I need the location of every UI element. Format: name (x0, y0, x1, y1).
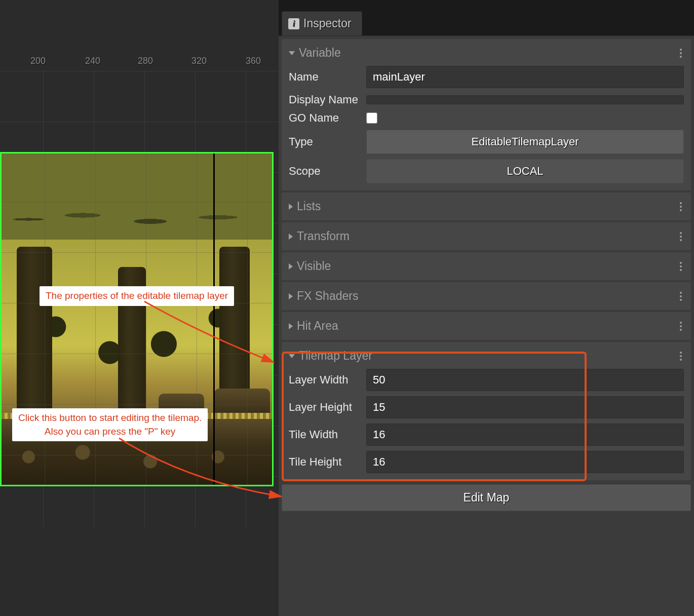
kebab-icon[interactable] (678, 290, 684, 303)
section-title-text: Lists (297, 200, 321, 213)
input-display-name[interactable] (366, 95, 684, 104)
section-header-variable[interactable]: Variable (289, 46, 684, 60)
label-go-name: GO Name (289, 111, 362, 125)
label-scope: Scope (289, 165, 362, 178)
tab-inspector[interactable]: i Inspector (282, 11, 362, 35)
input-layer-width[interactable]: 50 (366, 369, 684, 391)
annotation-callout-properties: The properties of the editable tilemap l… (40, 286, 234, 306)
label-type: Type (289, 135, 362, 148)
section-visible: Visible (282, 252, 691, 280)
chevron-right-icon (289, 263, 293, 270)
section-header-transform[interactable]: Transform (289, 229, 684, 243)
chevron-down-icon (289, 354, 295, 358)
section-header-tilemap-layer[interactable]: Tilemap Layer (289, 349, 684, 363)
label-name: Name (289, 70, 362, 84)
chevron-right-icon (289, 234, 293, 240)
ruler-tick: 280 (138, 56, 153, 66)
kebab-icon[interactable] (678, 260, 684, 273)
input-tile-width[interactable]: 16 (366, 423, 684, 446)
kebab-icon[interactable] (678, 47, 684, 60)
section-title-text: FX Shaders (297, 289, 358, 303)
section-title-text: Transform (297, 229, 350, 243)
section-hit-area: Hit Area (282, 312, 691, 340)
ruler-tick: 360 (246, 56, 261, 66)
kebab-icon[interactable] (678, 230, 684, 243)
ruler-horizontal: 200 240 280 320 360 (0, 51, 279, 84)
info-icon: i (288, 18, 299, 29)
section-variable: Variable Name mainLayer Display Name GO … (282, 39, 691, 190)
kebab-icon[interactable] (678, 320, 684, 333)
chevron-right-icon (289, 293, 293, 299)
ruler-tick: 240 (85, 56, 100, 66)
chevron-right-icon (289, 204, 293, 210)
section-header-lists[interactable]: Lists (289, 200, 684, 213)
button-scope[interactable]: LOCAL (366, 159, 684, 183)
section-lists: Lists (282, 192, 691, 220)
section-header-hit-area[interactable]: Hit Area (289, 319, 684, 333)
section-tilemap-layer: Tilemap Layer Layer Width 50 Layer Heigh… (282, 342, 691, 480)
edit-map-button[interactable]: Edit Map (282, 484, 691, 511)
input-layer-height[interactable]: 15 (366, 396, 684, 418)
ruler-tick: 320 (191, 56, 207, 66)
label-display-name: Display Name (289, 93, 362, 106)
section-header-fx-shaders[interactable]: FX Shaders (289, 289, 684, 303)
section-title-text: Variable (299, 46, 341, 60)
section-transform: Transform (282, 222, 691, 250)
chevron-right-icon (289, 323, 293, 329)
section-header-visible[interactable]: Visible (289, 259, 684, 273)
tab-label: Inspector (303, 17, 352, 30)
kebab-icon[interactable] (678, 350, 684, 363)
section-title-text: Hit Area (297, 319, 338, 333)
input-tile-height[interactable]: 16 (366, 451, 684, 473)
input-name[interactable]: mainLayer (366, 66, 684, 88)
section-fx-shaders: FX Shaders (282, 282, 691, 310)
inspector-pane: i Inspector Variable Name mainLayer (279, 0, 694, 616)
scene-canvas[interactable]: 200 240 280 320 360 (0, 0, 279, 616)
ruler-tick: 200 (30, 56, 46, 66)
checkbox-go-name[interactable] (366, 112, 377, 124)
label-tile-width: Tile Width (289, 428, 362, 441)
chevron-down-icon (289, 51, 295, 55)
button-type[interactable]: EditableTilemapLayer (366, 130, 684, 154)
annotation-callout-edit-button: Click this button to start editing the t… (12, 408, 208, 441)
label-tile-height: Tile Height (289, 455, 362, 469)
section-title-text: Tilemap Layer (299, 349, 372, 363)
label-layer-height: Layer Height (289, 401, 362, 414)
label-layer-width: Layer Width (289, 373, 362, 387)
kebab-icon[interactable] (678, 200, 684, 213)
section-title-text: Visible (297, 259, 331, 273)
